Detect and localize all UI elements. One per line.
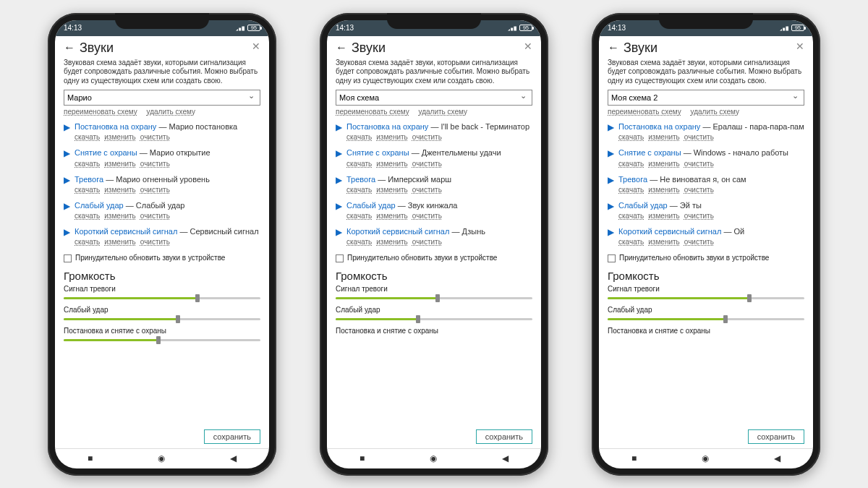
slider-alarm[interactable] [336, 294, 532, 301]
close-icon[interactable]: ✕ [796, 40, 804, 52]
back-icon[interactable]: ← [336, 41, 347, 54]
download-link[interactable]: скачать [346, 212, 372, 220]
nav-recent-icon[interactable]: ■ [359, 453, 365, 463]
force-update-row[interactable]: Принудительно обновить звуки в устройств… [64, 254, 260, 262]
close-icon[interactable]: ✕ [252, 40, 260, 52]
rename-scheme-link[interactable]: переименовать схему [336, 108, 409, 116]
download-link[interactable]: скачать [346, 133, 372, 141]
clear-link[interactable]: очистить [412, 212, 442, 220]
nav-home-icon[interactable]: ◉ [430, 453, 437, 463]
clear-link[interactable]: очистить [140, 238, 170, 246]
edit-link[interactable]: изменить [376, 212, 408, 220]
play-icon[interactable]: ▶ [64, 175, 70, 194]
download-link[interactable]: скачать [75, 212, 100, 220]
scheme-select[interactable] [64, 90, 260, 106]
delete-scheme-link[interactable]: удалить схему [691, 108, 740, 116]
play-icon[interactable]: ▶ [608, 122, 614, 142]
save-button[interactable]: сохранить [748, 429, 804, 444]
download-link[interactable]: скачать [618, 160, 644, 168]
edit-link[interactable]: изменить [104, 133, 136, 141]
play-icon[interactable]: ▶ [336, 201, 342, 221]
clear-link[interactable]: очистить [412, 238, 442, 246]
delete-scheme-link[interactable]: удалить схему [419, 108, 468, 116]
download-link[interactable]: скачать [618, 133, 644, 141]
slider-arm[interactable] [64, 336, 260, 343]
checkbox-icon[interactable] [608, 254, 616, 262]
edit-link[interactable]: изменить [104, 160, 136, 168]
play-icon[interactable]: ▶ [64, 227, 70, 247]
edit-link[interactable]: изменить [648, 186, 680, 194]
play-icon[interactable]: ▶ [64, 201, 70, 221]
download-link[interactable]: скачать [346, 186, 372, 194]
clear-link[interactable]: очистить [140, 160, 170, 168]
nav-recent-icon[interactable]: ■ [88, 453, 93, 463]
download-link[interactable]: скачать [75, 160, 100, 168]
play-icon[interactable]: ▶ [608, 227, 614, 247]
download-link[interactable]: скачать [75, 133, 100, 141]
nav-back-icon[interactable]: ◀ [502, 453, 509, 463]
clear-link[interactable]: очистить [412, 186, 442, 194]
save-button[interactable]: сохранить [204, 429, 260, 444]
clear-link[interactable]: очистить [684, 186, 714, 194]
edit-link[interactable]: изменить [648, 160, 680, 168]
back-icon[interactable]: ← [608, 41, 619, 54]
edit-link[interactable]: изменить [648, 238, 680, 246]
download-link[interactable]: скачать [346, 238, 372, 246]
clear-link[interactable]: очистить [140, 212, 170, 220]
slider-light[interactable] [64, 315, 260, 322]
scheme-select[interactable] [336, 90, 532, 106]
nav-recent-icon[interactable]: ■ [631, 453, 637, 463]
edit-link[interactable]: изменить [376, 186, 408, 194]
clear-link[interactable]: очистить [684, 160, 714, 168]
checkbox-icon[interactable] [336, 254, 344, 262]
download-link[interactable]: скачать [75, 238, 100, 246]
close-icon[interactable]: ✕ [524, 40, 532, 52]
clear-link[interactable]: очистить [412, 133, 442, 141]
edit-link[interactable]: изменить [104, 238, 136, 246]
checkbox-icon[interactable] [64, 254, 72, 262]
download-link[interactable]: скачать [75, 186, 100, 194]
play-icon[interactable]: ▶ [336, 148, 342, 168]
edit-link[interactable]: изменить [376, 133, 408, 141]
clear-link[interactable]: очистить [684, 238, 714, 246]
edit-link[interactable]: изменить [104, 212, 136, 220]
clear-link[interactable]: очистить [140, 133, 170, 141]
download-link[interactable]: скачать [618, 186, 644, 194]
edit-link[interactable]: изменить [648, 212, 680, 220]
download-link[interactable]: скачать [346, 160, 372, 168]
edit-link[interactable]: изменить [376, 160, 408, 168]
force-update-row[interactable]: Принудительно обновить звуки в устройств… [608, 254, 804, 262]
clear-link[interactable]: очистить [140, 186, 170, 194]
edit-link[interactable]: изменить [648, 133, 680, 141]
delete-scheme-link[interactable]: удалить схему [147, 108, 196, 116]
play-icon[interactable]: ▶ [64, 122, 70, 142]
nav-home-icon[interactable]: ◉ [158, 453, 165, 463]
slider-light[interactable] [336, 315, 532, 322]
play-icon[interactable]: ▶ [608, 175, 614, 194]
slider-light[interactable] [608, 315, 804, 322]
play-icon[interactable]: ▶ [336, 227, 342, 247]
force-update-row[interactable]: Принудительно обновить звуки в устройств… [336, 254, 532, 262]
play-icon[interactable]: ▶ [64, 148, 70, 168]
nav-back-icon[interactable]: ◀ [230, 453, 237, 463]
clear-link[interactable]: очистить [684, 212, 714, 220]
edit-link[interactable]: изменить [104, 186, 136, 194]
save-button[interactable]: сохранить [476, 429, 532, 444]
edit-link[interactable]: изменить [376, 238, 408, 246]
play-icon[interactable]: ▶ [608, 148, 614, 168]
scheme-select[interactable] [608, 90, 804, 106]
nav-back-icon[interactable]: ◀ [774, 453, 780, 463]
slider-alarm[interactable] [64, 294, 260, 301]
nav-home-icon[interactable]: ◉ [702, 453, 709, 463]
rename-scheme-link[interactable]: переименовать схему [64, 108, 137, 116]
back-icon[interactable]: ← [64, 41, 75, 54]
play-icon[interactable]: ▶ [608, 201, 614, 221]
play-icon[interactable]: ▶ [336, 122, 342, 142]
slider-alarm[interactable] [608, 294, 804, 301]
download-link[interactable]: скачать [618, 238, 644, 246]
download-link[interactable]: скачать [618, 212, 644, 220]
rename-scheme-link[interactable]: переименовать схему [608, 108, 681, 116]
play-icon[interactable]: ▶ [336, 175, 342, 194]
clear-link[interactable]: очистить [412, 160, 442, 168]
clear-link[interactable]: очистить [684, 133, 714, 141]
